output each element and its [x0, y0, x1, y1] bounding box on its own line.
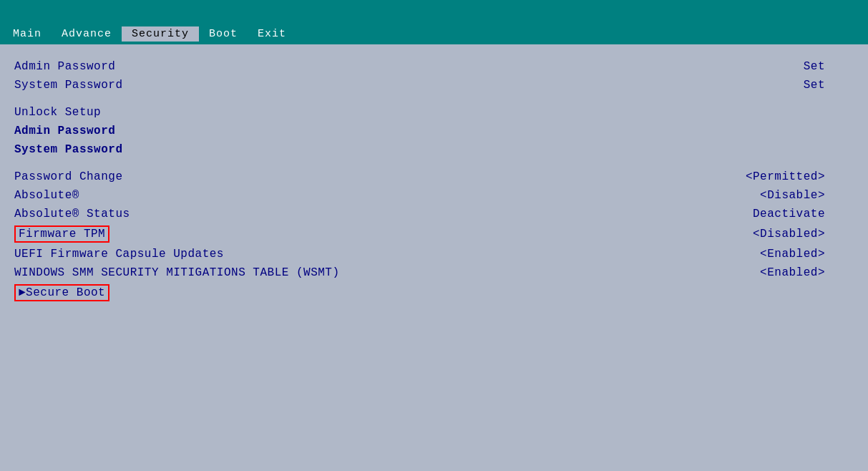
row-value: Set — [804, 79, 825, 92]
menu-item-main[interactable]: Main — [3, 26, 52, 42]
table-row: Admin PasswordSet — [14, 57, 854, 76]
row-value: <Disabled> — [753, 228, 825, 241]
row-value: <Disable> — [760, 189, 825, 202]
table-row: Unlock Setup — [14, 103, 854, 122]
row-value: <Permitted> — [746, 170, 825, 183]
table-row: Firmware TPM<Disabled> — [14, 223, 854, 245]
table-row: System Password — [14, 140, 854, 159]
top-bar — [0, 0, 868, 23]
row-label: UEFI Firmware Capsule Updates — [14, 248, 224, 261]
row-label: Absolute® — [14, 189, 79, 202]
table-row: Admin Password — [14, 122, 854, 140]
row-value: Deactivate — [753, 208, 825, 220]
table-row: Absolute® StatusDeactivate — [14, 205, 854, 223]
table-row: Absolute®<Disable> — [14, 186, 854, 205]
row-value: Set — [804, 60, 825, 73]
row-label: System Password — [14, 143, 123, 156]
menu-bar: MainAdvanceSecurityBootExit — [0, 23, 868, 44]
table-row: Password Change<Permitted> — [14, 167, 854, 186]
menu-item-advance[interactable]: Advance — [52, 26, 122, 42]
highlighted-label[interactable]: Firmware TPM — [14, 225, 109, 243]
table-row: UEFI Firmware Capsule Updates<Enabled> — [14, 245, 854, 263]
table-row: WINDOWS SMM SECURITY MITIGATIONS TABLE (… — [14, 263, 854, 282]
row-value: <Enabled> — [760, 266, 825, 279]
menu-item-security[interactable]: Security — [122, 26, 199, 42]
row-label: Unlock Setup — [14, 106, 101, 119]
row-label: Admin Password — [14, 60, 115, 73]
highlighted-label[interactable]: ►Secure Boot — [14, 284, 109, 301]
row-label: ►Secure Boot — [14, 284, 109, 301]
row-label: Absolute® Status — [14, 208, 130, 220]
row-label: Password Change — [14, 170, 123, 183]
spacer — [14, 94, 854, 103]
spacer — [14, 159, 854, 167]
bios-screen: MainAdvanceSecurityBootExit Admin Passwo… — [0, 0, 868, 471]
row-value: <Enabled> — [760, 248, 825, 261]
menu-item-exit[interactable]: Exit — [248, 26, 296, 42]
row-label: System Password — [14, 79, 123, 92]
row-label: WINDOWS SMM SECURITY MITIGATIONS TABLE (… — [14, 266, 340, 279]
row-label: Firmware TPM — [14, 225, 109, 243]
row-label: Admin Password — [14, 125, 115, 137]
table-row: System PasswordSet — [14, 76, 854, 94]
table-row: ►Secure Boot — [14, 282, 854, 304]
content: Admin PasswordSetSystem PasswordSetUnloc… — [0, 44, 868, 316]
menu-item-boot[interactable]: Boot — [199, 26, 248, 42]
